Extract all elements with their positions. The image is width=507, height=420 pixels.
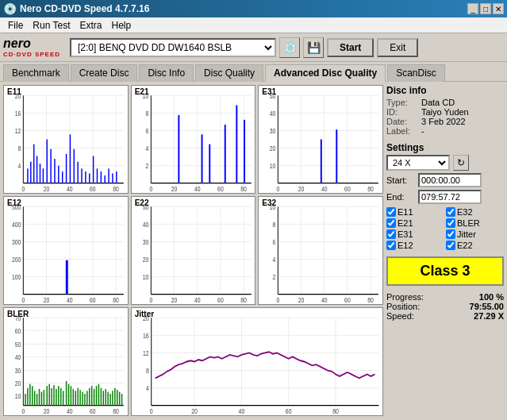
tab-benchmark[interactable]: Benchmark xyxy=(3,64,69,82)
svg-rect-212 xyxy=(73,389,74,406)
speed-row: Speed: 27.29 X xyxy=(386,311,504,321)
disc-info-id-label: ID: xyxy=(386,107,418,117)
svg-rect-42 xyxy=(101,171,102,183)
checkbox-e21-label: E21 xyxy=(398,218,413,228)
svg-rect-195 xyxy=(32,386,33,406)
checkbox-grid: E11 E32 E21 BLER E31 xyxy=(386,207,504,250)
svg-text:40: 40 xyxy=(15,353,21,361)
svg-text:20: 20 xyxy=(270,144,276,152)
svg-text:16: 16 xyxy=(15,110,21,118)
svg-rect-28 xyxy=(47,140,48,183)
svg-rect-227 xyxy=(107,392,108,406)
svg-text:60: 60 xyxy=(217,185,224,193)
svg-text:60: 60 xyxy=(90,296,96,304)
svg-rect-192 xyxy=(25,394,25,406)
exit-button[interactable]: Exit xyxy=(377,38,418,57)
svg-rect-25 xyxy=(36,156,37,183)
speed-label: Speed: xyxy=(386,311,414,321)
svg-text:4: 4 xyxy=(145,144,148,152)
checkbox-e12-label: E12 xyxy=(398,241,413,250)
menu-runtest[interactable]: Run Test xyxy=(28,18,75,33)
tab-scandisc[interactable]: ScanDisc xyxy=(387,64,445,82)
minimize-button[interactable]: _ xyxy=(467,3,478,14)
menu-file[interactable]: File xyxy=(3,18,28,33)
checkbox-e11-label: E11 xyxy=(398,207,413,217)
svg-text:20: 20 xyxy=(191,407,198,415)
svg-rect-207 xyxy=(60,388,61,406)
svg-rect-204 xyxy=(53,385,54,406)
refresh-button[interactable]: ↻ xyxy=(453,155,469,171)
svg-rect-201 xyxy=(47,386,48,406)
svg-text:2: 2 xyxy=(273,274,276,282)
svg-text:60: 60 xyxy=(217,296,224,304)
chart-e22-title: E22 xyxy=(135,198,149,207)
checkbox-e21[interactable] xyxy=(386,218,396,228)
svg-text:20: 20 xyxy=(142,256,148,264)
tab-disc-info[interactable]: Disc Info xyxy=(139,64,194,82)
right-panel: Disc info Type: Data CD ID: Taiyo Yuden … xyxy=(386,85,504,416)
svg-rect-22 xyxy=(27,168,28,183)
start-time-input[interactable] xyxy=(418,173,482,187)
maximize-button[interactable]: □ xyxy=(480,3,491,14)
menu-help[interactable]: Help xyxy=(107,18,136,33)
svg-text:6: 6 xyxy=(273,238,276,246)
tab-advanced-disc-quality[interactable]: Advanced Disc Quality xyxy=(265,64,386,82)
svg-text:300: 300 xyxy=(12,238,21,246)
svg-rect-27 xyxy=(43,168,44,183)
checkbox-e32[interactable] xyxy=(446,207,455,217)
chart-e31: E31 50 40 30 20 10 0 20 40 60 xyxy=(258,85,383,194)
speed-value: 27.29 X xyxy=(474,311,504,321)
charts-area: E11 20 16 12 8 4 0 xyxy=(3,85,383,416)
checkbox-jitter[interactable] xyxy=(446,229,455,239)
svg-rect-210 xyxy=(68,384,69,406)
svg-text:8: 8 xyxy=(18,144,21,152)
svg-text:8: 8 xyxy=(145,110,148,118)
tab-disc-quality[interactable]: Disc Quality xyxy=(195,64,263,82)
checkbox-bler-row: BLER xyxy=(446,218,504,228)
speed-selector[interactable]: 24 X xyxy=(386,155,450,171)
svg-text:0: 0 xyxy=(21,407,25,415)
svg-rect-41 xyxy=(97,168,98,183)
svg-text:20: 20 xyxy=(298,185,305,193)
svg-text:20: 20 xyxy=(15,380,21,387)
menu-extra[interactable]: Extra xyxy=(75,18,106,33)
svg-text:80: 80 xyxy=(240,296,247,304)
end-time-input[interactable] xyxy=(418,190,482,204)
svg-text:60: 60 xyxy=(90,185,96,193)
disc-info-date-label: Date: xyxy=(386,117,418,126)
svg-rect-218 xyxy=(86,391,87,405)
svg-text:80: 80 xyxy=(332,407,339,415)
tabs-bar: Benchmark Create Disc Disc Info Disc Qua… xyxy=(0,62,507,82)
disc-icon-button[interactable]: 💿 xyxy=(279,37,300,58)
svg-text:0: 0 xyxy=(149,407,152,415)
svg-text:80: 80 xyxy=(113,407,119,415)
checkbox-e11[interactable] xyxy=(386,207,396,217)
checkbox-e12[interactable] xyxy=(386,241,396,250)
checkbox-bler[interactable] xyxy=(446,218,455,228)
progress-row: Progress: 100 % xyxy=(386,292,504,302)
svg-rect-223 xyxy=(98,384,99,406)
disc-info-id-value: Taiyo Yuden xyxy=(421,107,469,117)
nero-brand-text: nero xyxy=(3,37,31,51)
svg-rect-46 xyxy=(116,171,117,183)
checkbox-e22[interactable] xyxy=(446,241,455,250)
svg-text:10: 10 xyxy=(270,163,276,171)
position-label: Position: xyxy=(386,302,420,311)
svg-text:20: 20 xyxy=(44,296,50,304)
svg-rect-225 xyxy=(103,391,104,405)
save-icon-button[interactable]: 💾 xyxy=(303,37,324,58)
chart-e21-svg: 10 8 6 4 2 0 20 40 60 80 xyxy=(132,86,255,193)
close-button[interactable]: ✕ xyxy=(493,3,504,14)
svg-rect-34 xyxy=(70,134,71,183)
drive-selector[interactable]: [2:0] BENQ DVD DD DW1640 BSLB xyxy=(70,38,276,57)
start-button[interactable]: Start xyxy=(327,38,374,57)
svg-text:40: 40 xyxy=(238,407,244,415)
tab-create-disc[interactable]: Create Disc xyxy=(71,64,138,82)
svg-text:8: 8 xyxy=(273,221,276,229)
checkbox-e31[interactable] xyxy=(386,229,396,239)
end-label: End: xyxy=(386,192,415,202)
svg-text:16: 16 xyxy=(143,332,149,340)
disc-info-date-row: Date: 3 Feb 2022 xyxy=(386,117,504,126)
svg-text:4: 4 xyxy=(146,385,149,393)
svg-rect-24 xyxy=(33,144,34,183)
